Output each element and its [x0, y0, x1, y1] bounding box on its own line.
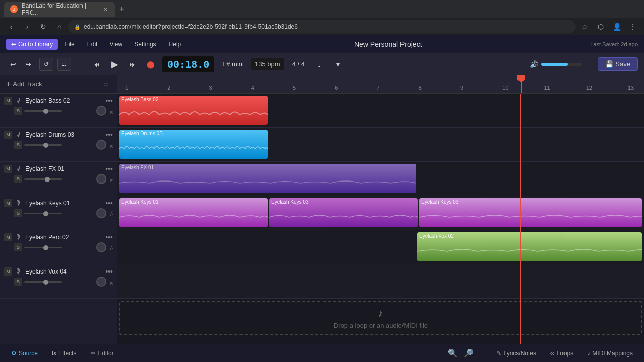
pan-knob-fx01[interactable] [96, 174, 106, 184]
record-button[interactable]: ⬤ [144, 57, 158, 71]
clip-vox02[interactable]: Eyelash Vox 02 [417, 232, 642, 261]
skip-forward-button[interactable]: ⏭ [126, 57, 140, 71]
clip-keys01[interactable]: Eyelash Keys 01 [119, 198, 268, 227]
pan-knob-perc02[interactable] [96, 242, 106, 252]
track-lane-perc02[interactable]: Eyelash Vox 02 [117, 230, 644, 264]
play-button[interactable]: ▶ [108, 57, 122, 71]
redo-button[interactable]: ↪ [21, 57, 35, 71]
skip-back-button[interactable]: ⏮ [90, 57, 104, 71]
track-lane-fx01[interactable]: Eyelash FX 01 [117, 162, 644, 196]
timeline-ruler[interactable]: 12345678910111213 [117, 75, 644, 94]
pan-knob-drums03[interactable] [96, 140, 106, 150]
volume-slider-drums03[interactable] [24, 144, 92, 146]
track-more-bass02[interactable]: ••• [105, 97, 113, 105]
track-lane-bass02[interactable]: Eyelash Bass 02 [117, 94, 644, 128]
pan-knob-keys01[interactable] [96, 208, 106, 218]
menu-edit[interactable]: Edit [82, 39, 103, 50]
solo-button-fx01[interactable]: S [14, 175, 22, 183]
go-to-library-button[interactable]: ⬅ Go to Library [6, 39, 58, 50]
volume-slider-vox04[interactable] [24, 281, 92, 283]
source-tab[interactable]: ⚙ Source [6, 348, 43, 359]
reload-button[interactable]: ↻ [36, 20, 50, 34]
effects-tab[interactable]: fx Effects [47, 348, 82, 359]
editor-tab[interactable]: ✏ Editor [86, 348, 118, 359]
menu-file[interactable]: File [60, 39, 79, 50]
volume-slider-bass02[interactable] [24, 110, 92, 112]
bpm-display[interactable]: 135 bpm [251, 58, 284, 70]
mic-icon-fx01: 🎙 [15, 165, 22, 173]
time-display: 00:18.0 [162, 56, 214, 72]
track-lane-keys01[interactable]: Eyelash Keys 01 Eyelash Keys 03 [117, 196, 644, 230]
browser-tab[interactable]: B BandLab for Education | FR€... ✕ [4, 2, 115, 17]
profile-icon[interactable]: 👤 [610, 20, 624, 34]
pan-knob-vox04[interactable] [96, 277, 106, 287]
dropdown-button[interactable]: ▾ [331, 57, 345, 71]
clip-fx01[interactable]: Eyelash FX 01 [119, 164, 416, 193]
new-tab-button[interactable]: + [115, 2, 129, 16]
track-more-vox04[interactable]: ••• [105, 267, 113, 276]
time-signature[interactable]: 4 / 4 [288, 58, 309, 70]
track-more-drums03[interactable]: ••• [105, 131, 113, 139]
solo-button-perc02[interactable]: S [14, 243, 22, 251]
track-lane-vox04[interactable] [117, 264, 644, 299]
solo-button-bass02[interactable]: S [14, 107, 22, 115]
clip-keys03[interactable]: Eyelash Keys 03 [269, 198, 418, 227]
bookmark-icon[interactable]: ☆ [578, 20, 592, 34]
undo-button[interactable]: ↩ [6, 57, 20, 71]
track-options-icon[interactable]: ⚏ [101, 79, 111, 89]
split-button[interactable]: ⚏ [57, 58, 71, 71]
address-bar[interactable]: 🔒 edu.bandlab.com/mix-editor?projectId=f… [68, 20, 576, 33]
mute-button-vox04[interactable]: M [4, 267, 12, 276]
save-button[interactable]: 💾 Save [598, 57, 638, 71]
volume-slider-fx01[interactable] [24, 178, 92, 180]
drop-zone[interactable]: ♪ Drop a loop or an audio/MIDI file [119, 301, 642, 335]
volume-slider-perc02[interactable] [24, 247, 92, 248]
tab-close-btn[interactable]: ✕ [101, 5, 109, 13]
forward-button[interactable]: › [20, 20, 34, 34]
track-more-keys01[interactable]: ••• [105, 199, 113, 207]
metronome-button[interactable]: ♩ [313, 57, 327, 71]
volume-icon[interactable]: 🔊 [530, 60, 538, 68]
nav-actions: ☆ ⬡ 👤 ⋮ [578, 20, 640, 34]
loops-tab[interactable]: ∞ Loops [545, 348, 578, 359]
loop-button[interactable]: ↺ [39, 58, 53, 71]
clip-drums03[interactable]: Eyelash Drums 03 [119, 130, 268, 159]
source-label: Source [19, 350, 38, 357]
add-track-button[interactable]: + Add Track [6, 80, 42, 89]
zoom-in-button[interactable]: 🔎 [463, 347, 475, 359]
zoom-out-button[interactable]: 🔍 [447, 347, 459, 359]
mute-button-perc02[interactable]: M [4, 233, 12, 241]
extensions-icon[interactable]: ⬡ [594, 20, 608, 34]
mute-button-keys01[interactable]: M [4, 199, 12, 207]
key-signature[interactable]: F# min [218, 58, 247, 70]
track-more-perc02[interactable]: ••• [105, 233, 113, 241]
volume-bar[interactable] [541, 63, 582, 66]
main-content: + Add Track ⚏ M 🎙 Eyelash Bass 02 ••• [0, 75, 644, 344]
mute-button-fx01[interactable]: M [4, 165, 12, 173]
solo-button-vox04[interactable]: S [14, 278, 22, 286]
menu-settings[interactable]: Settings [129, 39, 161, 50]
tab-bar: B BandLab for Education | FR€... ✕ + [0, 0, 644, 18]
menu-view[interactable]: View [104, 39, 127, 50]
mic-icon-vox04: 🎙 [15, 267, 22, 276]
clip-keys03b[interactable]: Eyelash Keys 03 [419, 198, 642, 227]
waveform-keys01 [119, 207, 268, 227]
ruler-mark-13: 13 [628, 85, 638, 91]
home-button[interactable]: ⌂ [52, 20, 66, 34]
mute-button-bass02[interactable]: M [4, 97, 12, 105]
lyrics-notes-tab[interactable]: ✎ Lyrics/Notes [491, 348, 541, 359]
pan-knob-bass02[interactable] [96, 106, 106, 116]
back-button[interactable]: ‹ [4, 20, 18, 34]
track-list: M 🎙 Eyelash Bass 02 ••• S [0, 94, 117, 344]
mute-button-drums03[interactable]: M [4, 131, 12, 139]
track-item-vox04: M 🎙 Eyelash Vox 04 ••• S [0, 264, 117, 299]
solo-button-keys01[interactable]: S [14, 209, 22, 217]
menu-button[interactable]: ⋮ [626, 20, 640, 34]
midi-mappings-tab[interactable]: ♪ MIDI Mappings [582, 348, 638, 359]
track-lane-drums03[interactable]: Eyelash Drums 03 [117, 128, 644, 162]
solo-button-drums03[interactable]: S [14, 141, 22, 149]
track-more-fx01[interactable]: ••• [105, 165, 113, 173]
clip-bass02[interactable]: Eyelash Bass 02 [119, 96, 268, 125]
volume-slider-keys01[interactable] [24, 213, 92, 214]
menu-help[interactable]: Help [164, 39, 186, 50]
